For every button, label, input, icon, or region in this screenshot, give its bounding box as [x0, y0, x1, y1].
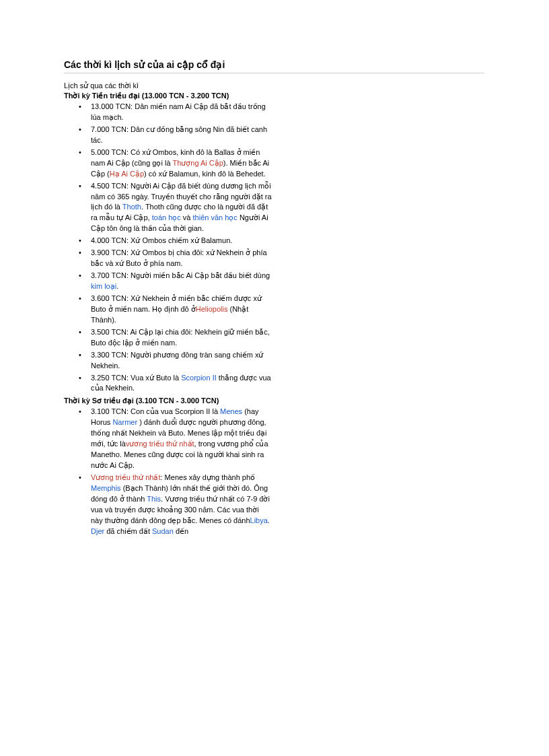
link[interactable]: Memphis: [91, 484, 121, 492]
link[interactable]: kim loại: [91, 282, 116, 290]
item-list: 13.000 TCN: Dân miền nam Ai Cập đã bắt đ…: [64, 102, 484, 394]
list-item: 5.000 TCN: Có xứ Ombos, kinh đô là Balla…: [64, 147, 272, 180]
list-item: Vương triều thứ nhất: Menes xây dựng thà…: [64, 473, 272, 537]
document-page: Các thời kì lịch sử của ai cập cổ đại Lị…: [0, 0, 549, 756]
link[interactable]: Thoth: [122, 203, 141, 211]
list-item: 4.500 TCN: Người Ai Cập đã biết dùng dươ…: [64, 181, 272, 235]
link[interactable]: toán học: [152, 213, 181, 221]
link[interactable]: vương triều thứ nhất: [126, 440, 194, 448]
list-item: 3.300 TCN: Người phương đông tràn sang c…: [64, 350, 272, 372]
link[interactable]: Thượng Ai Cập: [172, 159, 223, 167]
list-item: 13.000 TCN: Dân miền nam Ai Cập đã bắt đ…: [64, 102, 272, 123]
section-title: Thời kỳ Sơ triều đại (3.100 TCN - 3.000 …: [64, 397, 484, 405]
link[interactable]: Djer: [91, 527, 104, 535]
list-item: 3.100 TCN: Con của vua Scorpion II là Me…: [64, 407, 272, 471]
section-title: Thời kỳ Tiền triều đại (13.000 TCN - 3.2…: [64, 92, 484, 100]
link[interactable]: Libya: [250, 516, 268, 524]
list-item: 4.000 TCN: Xứ Ombos chiếm xứ Balamun.: [64, 236, 272, 246]
list-item: 3.600 TCN: Xứ Nekhein ở miền bắc chiếm đ…: [64, 294, 272, 326]
list-item: 7.000 TCN: Dân cư đồng bằng sông Nin đã …: [64, 125, 272, 146]
content-area: Các thời kì lịch sử của ai cập cổ đại Lị…: [64, 59, 484, 540]
main-title: Các thời kì lịch sử của ai cập cổ đại: [64, 59, 484, 73]
intro-text: Lịch sử qua các thời kì: [64, 81, 484, 90]
list-item: 3.700 TCN: Người miền bắc Ai Cập bắt đầu…: [64, 271, 272, 292]
link[interactable]: Narmer: [112, 418, 137, 426]
link[interactable]: Menes: [220, 407, 242, 415]
link[interactable]: Sudan: [152, 527, 174, 535]
section-0: Thời kỳ Tiền triều đại (13.000 TCN - 3.2…: [64, 92, 484, 394]
link[interactable]: This: [147, 495, 161, 503]
link[interactable]: thiên văn học: [193, 213, 237, 221]
link[interactable]: Scorpion II: [181, 374, 217, 382]
item-list: 3.100 TCN: Con của vua Scorpion II là Me…: [64, 407, 484, 537]
list-item: 3.500 TCN: Ai Cập lại chia đôi: Nekhein …: [64, 327, 272, 349]
link[interactable]: Vương triều thứ nhất: [91, 473, 161, 481]
link[interactable]: Heliopolis: [196, 305, 228, 313]
link[interactable]: Hạ Ai Cập: [110, 170, 144, 178]
section-1: Thời kỳ Sơ triều đại (3.100 TCN - 3.000 …: [64, 397, 484, 537]
list-item: 3.900 TCN: Xứ Ombos bị chia đôi: xứ Nekh…: [64, 248, 272, 269]
list-item: 3.250 TCN: Vua xứ Buto là Scorpion II th…: [64, 373, 272, 394]
